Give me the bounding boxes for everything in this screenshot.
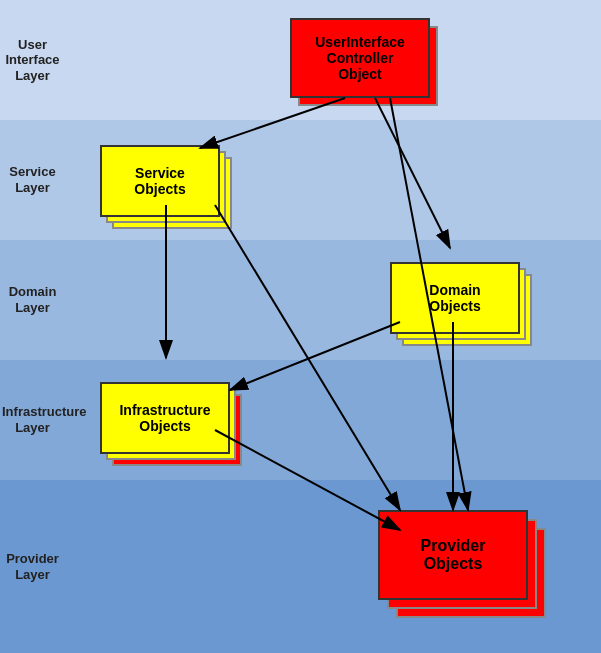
- ui-controller-stack: UserInterfaceControllerObject: [290, 18, 430, 98]
- label-domain: DomainLayer: [0, 280, 65, 319]
- domain-objects-box: DomainObjects: [390, 262, 520, 334]
- layer-ui: UserInterfaceLayer UserInterfaceControll…: [0, 0, 601, 120]
- infrastructure-objects-stack: InfrastructureObjects: [100, 382, 230, 454]
- label-infrastructure: InfrastructureLayer: [0, 400, 65, 439]
- service-objects-stack: ServiceObjects: [100, 145, 220, 217]
- label-provider: ProviderLayer: [0, 547, 65, 586]
- layer-provider: ProviderLayer ProviderObjects: [0, 480, 601, 653]
- ui-controller-box: UserInterfaceControllerObject: [290, 18, 430, 98]
- domain-objects-stack: DomainObjects: [390, 262, 520, 334]
- label-service: ServiceLayer: [0, 160, 65, 199]
- infrastructure-objects-box: InfrastructureObjects: [100, 382, 230, 454]
- label-ui: UserInterfaceLayer: [0, 33, 65, 88]
- layer-infrastructure: InfrastructureLayer InfrastructureObject…: [0, 360, 601, 480]
- provider-objects-box: ProviderObjects: [378, 510, 528, 600]
- layer-service: ServiceLayer ServiceObjects: [0, 120, 601, 240]
- architecture-diagram: UserInterfaceLayer UserInterfaceControll…: [0, 0, 601, 653]
- provider-objects-stack: ProviderObjects: [378, 510, 528, 600]
- layer-domain: DomainLayer DomainObjects: [0, 240, 601, 360]
- service-objects-box: ServiceObjects: [100, 145, 220, 217]
